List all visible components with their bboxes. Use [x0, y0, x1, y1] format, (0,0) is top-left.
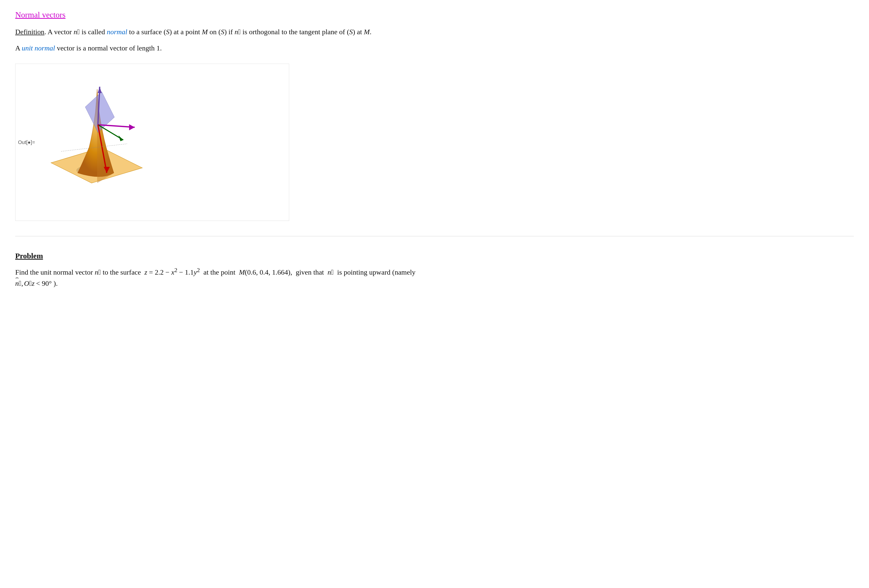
svg-marker-8: [119, 135, 123, 141]
svg-marker-6: [129, 124, 135, 130]
svg-marker-4: [98, 87, 102, 93]
normal-word: normal: [107, 28, 128, 36]
diagram-container: Out[●]=: [15, 64, 289, 221]
unit-normal-line: A unit normal vector is a normal vector …: [15, 43, 854, 53]
definition-text-before: . A vector n⃗ is called: [44, 28, 107, 36]
problem-section: Problem Find the unit normal vector n⃗ t…: [15, 252, 854, 287]
unit-normal-italic: unit normal: [22, 44, 55, 52]
diagram-svg: [36, 67, 157, 219]
problem-label: Problem: [15, 252, 854, 260]
unit-normal-text-before: A: [15, 44, 22, 52]
problem-text: Find the unit normal vector n⃗ to the su…: [15, 265, 854, 278]
unit-normal-text-after: vector is a normal vector of length 1.: [55, 44, 162, 52]
out-label: Out[●]=: [18, 139, 35, 145]
page-title: Normal vectors: [15, 10, 65, 19]
angle-line: ⌢ n⃗, O⃗z < 90° ).: [15, 279, 854, 287]
definition-line: Definition. A vector n⃗ is called normal…: [15, 27, 854, 37]
definition-label: Definition: [15, 28, 44, 36]
definition-text-2: to a surface (S) at a point M on (S) if …: [128, 28, 372, 36]
